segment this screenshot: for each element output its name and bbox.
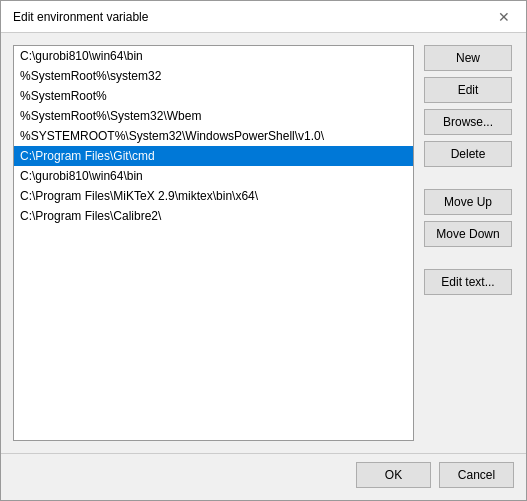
- delete-button[interactable]: Delete: [424, 141, 512, 167]
- move-down-button[interactable]: Move Down: [424, 221, 512, 247]
- edit-text-button[interactable]: Edit text...: [424, 269, 512, 295]
- list-item[interactable]: C:\gurobi810\win64\bin: [14, 166, 413, 186]
- list-item[interactable]: %SystemRoot%: [14, 86, 413, 106]
- list-item[interactable]: %SystemRoot%\system32: [14, 66, 413, 86]
- cancel-button[interactable]: Cancel: [439, 462, 514, 488]
- list-item[interactable]: C:\Program Files\MiKTeX 2.9\miktex\bin\x…: [14, 186, 413, 206]
- list-item[interactable]: C:\Program Files\Calibre2\: [14, 206, 413, 226]
- spacer2: [424, 253, 514, 263]
- ok-button[interactable]: OK: [356, 462, 431, 488]
- list-item[interactable]: %SYSTEMROOT%\System32\WindowsPowerShell\…: [14, 126, 413, 146]
- env-var-list[interactable]: C:\gurobi810\win64\bin%SystemRoot%\syste…: [13, 45, 414, 441]
- new-button[interactable]: New: [424, 45, 512, 71]
- spacer1: [424, 173, 514, 183]
- move-up-button[interactable]: Move Up: [424, 189, 512, 215]
- button-panel: New Edit Browse... Delete Move Up Move D…: [424, 45, 514, 441]
- browse-button[interactable]: Browse...: [424, 109, 512, 135]
- close-button[interactable]: ✕: [494, 7, 514, 27]
- dialog-footer: OK Cancel: [1, 453, 526, 500]
- list-item[interactable]: %SystemRoot%\System32\Wbem: [14, 106, 413, 126]
- dialog: Edit environment variable ✕ C:\gurobi810…: [0, 0, 527, 501]
- edit-button[interactable]: Edit: [424, 77, 512, 103]
- list-item[interactable]: C:\gurobi810\win64\bin: [14, 46, 413, 66]
- dialog-content: C:\gurobi810\win64\bin%SystemRoot%\syste…: [1, 33, 526, 453]
- dialog-title: Edit environment variable: [13, 10, 148, 24]
- title-bar: Edit environment variable ✕: [1, 1, 526, 33]
- list-item[interactable]: C:\Program Files\Git\cmd: [14, 146, 413, 166]
